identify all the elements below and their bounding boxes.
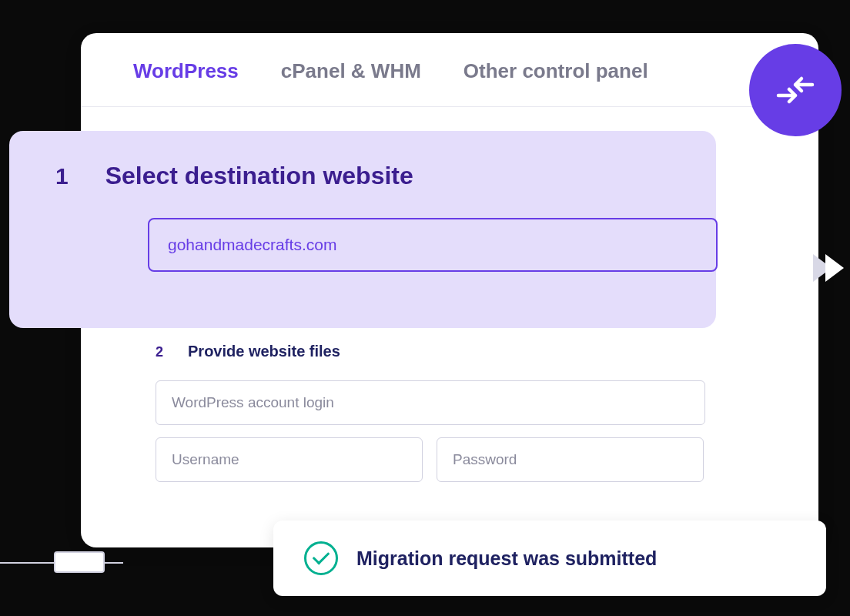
check-circle-icon	[304, 541, 338, 575]
step1-title: Select destination website	[105, 162, 413, 190]
step2-title: Provide website files	[188, 343, 340, 360]
tab-cpanel[interactable]: cPanel & WHM	[281, 59, 421, 83]
toast-message: Migration request was submitted	[356, 547, 657, 570]
step1-card: 1 Select destination website	[9, 131, 716, 328]
tab-bar: WordPress cPanel & WHM Other control pan…	[81, 33, 818, 107]
connector-node	[54, 551, 105, 573]
step2-number: 2	[156, 344, 163, 360]
success-toast: Migration request was submitted	[273, 521, 826, 596]
username-input[interactable]	[156, 437, 423, 482]
forward-arrows-icon	[819, 254, 844, 282]
destination-website-input[interactable]	[148, 218, 718, 272]
step1-number: 1	[55, 163, 69, 189]
tab-wordpress[interactable]: WordPress	[133, 59, 239, 83]
tab-other[interactable]: Other control panel	[463, 59, 648, 83]
swap-arrows-icon	[772, 71, 818, 109]
password-input[interactable]	[437, 437, 704, 482]
wordpress-login-input[interactable]	[156, 380, 705, 425]
step2-section: 2 Provide website files	[156, 343, 710, 494]
swap-badge	[749, 44, 842, 136]
